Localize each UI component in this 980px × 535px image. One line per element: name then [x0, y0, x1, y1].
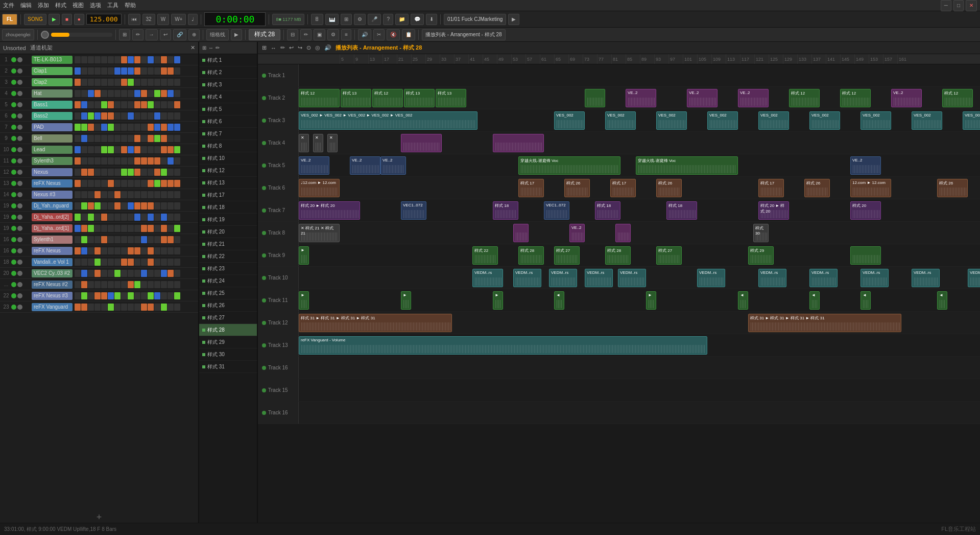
pad[interactable] [94, 180, 101, 187]
channel-active-btn[interactable] [11, 305, 16, 310]
audio-clip[interactable]: ► [299, 291, 309, 310]
menu-tools[interactable]: 工具 [107, 2, 118, 9]
pad[interactable] [141, 247, 147, 254]
maximize-button[interactable]: □ [953, 0, 964, 11]
pad[interactable] [94, 157, 101, 165]
channel-active-btn[interactable] [11, 57, 16, 62]
pad[interactable] [101, 304, 107, 311]
project-next[interactable]: ▶ [508, 14, 519, 25]
channel-name[interactable]: Dj_Yah..nguard [32, 202, 73, 210]
mic-icon[interactable]: 🎤 [368, 14, 381, 25]
audio-clip[interactable] [493, 134, 544, 152]
pad[interactable] [101, 180, 107, 187]
pad[interactable] [108, 79, 114, 86]
pad[interactable] [75, 90, 81, 97]
audio-clip[interactable]: 样式 28 [605, 246, 631, 265]
paste-icon[interactable]: 📋 [402, 29, 415, 40]
pad[interactable] [114, 225, 121, 232]
pad[interactable] [141, 236, 147, 243]
menu-view[interactable]: 视图 [73, 2, 84, 9]
pad[interactable] [114, 202, 121, 210]
pad[interactable] [168, 259, 174, 266]
pad[interactable] [141, 270, 147, 277]
pad[interactable] [148, 169, 154, 176]
audio-clip[interactable]: VE..2 [350, 156, 380, 175]
grid-arrow[interactable]: ▶ [231, 29, 242, 40]
pad[interactable] [168, 101, 174, 108]
audio-clip[interactable]: VEDM..rs [912, 269, 940, 287]
pad[interactable] [168, 225, 174, 232]
pad[interactable] [161, 180, 167, 187]
channel-active-btn[interactable] [11, 147, 16, 152]
audio-clip[interactable]: 样式 17 [518, 179, 544, 197]
audio-clip[interactable]: 样式 20 [850, 201, 881, 220]
pad[interactable] [108, 191, 114, 198]
pad[interactable] [121, 259, 127, 266]
pad[interactable] [81, 67, 87, 75]
browser-icon[interactable]: 📁 [395, 14, 409, 25]
channel-row[interactable]: 3 Clap2 [0, 77, 198, 88]
pad[interactable] [141, 101, 147, 108]
audio-clip[interactable]: VES_002 [912, 111, 942, 130]
audio-clip[interactable]: 样式 20 ► 样式 20 [758, 201, 789, 220]
pad[interactable] [174, 101, 180, 108]
pad[interactable] [114, 304, 121, 311]
channel-active-btn[interactable] [11, 91, 16, 96]
pad[interactable] [134, 191, 140, 198]
menu-edit[interactable]: 编辑 [20, 2, 32, 9]
pad[interactable] [121, 180, 127, 187]
pattern-item[interactable]: 样式 8 [199, 140, 257, 152]
pad[interactable] [121, 236, 127, 243]
track-row[interactable]: Track 10 VEDM..rsVEDM..rsVEDM..rsVEDM..r… [258, 267, 980, 289]
pad[interactable] [161, 90, 167, 97]
pad[interactable] [148, 180, 154, 187]
pad[interactable] [101, 225, 107, 232]
audio-clip[interactable]: 样式 26 [564, 179, 590, 197]
pad[interactable] [101, 157, 107, 165]
audio-clip[interactable]: 12.com ► 12.com [850, 179, 891, 197]
channel-name[interactable]: Sylenth1 [32, 236, 73, 244]
pad[interactable] [121, 191, 127, 198]
menu-style[interactable]: 样式 [55, 2, 66, 9]
record-button[interactable]: ● [74, 14, 84, 25]
pad[interactable] [108, 292, 114, 299]
channel-row[interactable]: 5 Bass1 [0, 99, 198, 110]
track-row[interactable]: Track 16 [258, 402, 980, 424]
pad[interactable] [101, 56, 107, 63]
pad[interactable] [154, 191, 160, 198]
audio-clip[interactable]: ♩12.com ► 12.com [299, 179, 340, 197]
channel-name[interactable]: Clap2 [32, 78, 73, 86]
channel-name[interactable]: PAD [32, 123, 73, 131]
pad[interactable] [141, 67, 147, 75]
pad[interactable] [81, 169, 87, 176]
audio-clip[interactable]: ◄ [554, 291, 564, 310]
pad[interactable] [101, 202, 107, 210]
pad[interactable] [114, 112, 121, 120]
audio-clip[interactable]: VE..2 [687, 89, 718, 107]
pad[interactable] [108, 236, 114, 243]
pad[interactable] [128, 79, 134, 86]
track-content[interactable]: ✕✕✕ [299, 132, 980, 154]
audio-clip[interactable]: 样式 26 [804, 179, 830, 197]
pad[interactable] [88, 191, 94, 198]
pad[interactable] [134, 157, 140, 165]
pad[interactable] [121, 79, 127, 86]
pad[interactable] [121, 124, 127, 131]
channel-solo-btn[interactable] [17, 293, 22, 298]
pad[interactable] [148, 259, 154, 266]
pad[interactable] [168, 270, 174, 277]
pattern-mode-knob[interactable] [41, 31, 49, 39]
pad[interactable] [108, 124, 114, 131]
pad[interactable] [154, 146, 160, 153]
tracks-area[interactable]: Track 1 Track 2 样式 12样式 13样式 12样式 13样式 1… [258, 64, 980, 523]
pad[interactable] [75, 101, 81, 108]
pad[interactable] [88, 135, 94, 142]
pad[interactable] [128, 191, 134, 198]
pad[interactable] [141, 259, 147, 266]
channel-solo-btn[interactable] [17, 147, 22, 152]
pad[interactable] [154, 247, 160, 254]
pad[interactable] [75, 304, 81, 311]
pad[interactable] [108, 281, 114, 288]
audio-clip[interactable]: 样式 28 [518, 246, 544, 265]
pad[interactable] [81, 214, 87, 221]
